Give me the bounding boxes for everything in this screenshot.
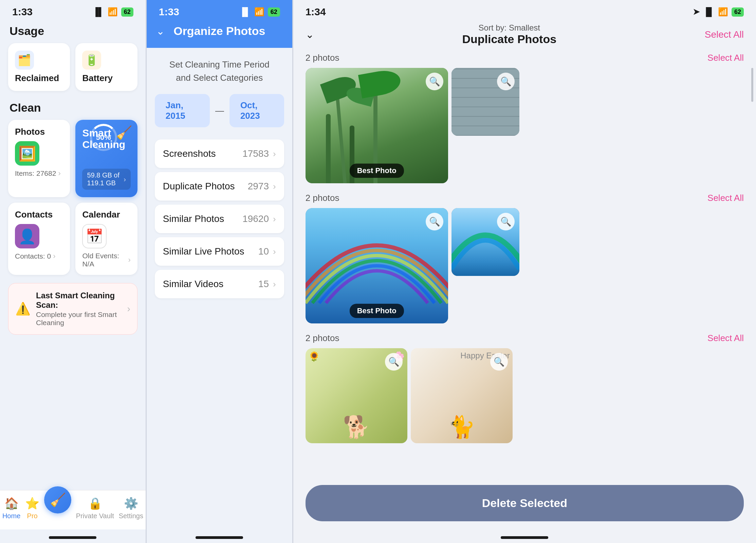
zoom-icon-rainbow[interactable]: 🔍 <box>426 213 443 230</box>
alert-text: Last Smart Cleaning Scan: Complete your … <box>36 291 122 327</box>
organize-header: ⌄ Organize Photos <box>147 18 292 48</box>
select-all-header[interactable]: Select All <box>705 29 744 40</box>
contacts-title: Contacts <box>15 209 63 220</box>
battery-dupes: 62 <box>732 7 744 17</box>
dupes-panel: 1:34 ➤ ▐▌ 📶 62 ⌄ Sort by: Smallest Dupli… <box>293 0 756 543</box>
delete-selected-label: Delete Selected <box>482 497 567 509</box>
back-button-dupes[interactable]: ⌄ <box>306 29 314 40</box>
home-indicator-2 <box>196 536 243 539</box>
signal-icon-2: ▐▌ <box>239 7 251 17</box>
category-duplicate-photos[interactable]: Duplicate Photos 2973 › <box>155 172 284 201</box>
alert-title: Last Smart Cleaning Scan: <box>36 291 122 310</box>
group-2-photos: 🔍 Best Photo 🔍 <box>306 208 744 323</box>
zoom-icon-rainbow-sm[interactable]: 🔍 <box>497 213 515 230</box>
category-similar-photos[interactable]: Similar Photos 19620 › <box>155 205 284 233</box>
reclaimed-icon: 🗂️ <box>15 51 34 70</box>
alert-card[interactable]: ⚠️ Last Smart Cleaning Scan: Complete yo… <box>8 283 137 335</box>
nav-vault[interactable]: 🔒 Private Vault <box>76 497 114 520</box>
dupes-title: Duplicate Photos <box>462 33 556 46</box>
broom-icon: 🧹 <box>116 125 132 140</box>
time-home: 1:33 <box>12 6 33 18</box>
calendar-card[interactable]: Calendar 📅 Old Events: N/A › <box>75 203 137 275</box>
battery-icon: 🔋 <box>82 51 101 70</box>
duplicate-photos-right: 2973 › <box>248 181 276 192</box>
dupes-title-wrap: Sort by: Smallest Duplicate Photos <box>462 23 556 46</box>
group-2-select[interactable]: Select All <box>707 193 744 203</box>
duplicate-photos-chevron: › <box>273 181 276 192</box>
bottom-nav: 🏠 Home ⭐ Pro 🧹 🔒 Private Vault ⚙️ Settin… <box>0 490 146 529</box>
home-label: Home <box>2 512 20 520</box>
photo-rainbow-small[interactable]: 🔍 <box>451 208 519 276</box>
group-2-header: 2 photos Select All <box>306 193 744 203</box>
time-dupes: 1:34 <box>306 6 326 18</box>
photo-dog2[interactable]: 🐈 Happy Easter 🔍 <box>411 348 513 443</box>
time-period-label: Set Cleaning Time Periodand Select Categ… <box>155 58 284 85</box>
smart-percent: 50% <box>96 133 111 142</box>
smart-chevron: › <box>124 175 126 183</box>
contacts-icon: 👤 <box>15 224 39 248</box>
back-button-organize[interactable]: ⌄ <box>156 25 165 37</box>
photo-plants-large[interactable]: 🔍 Best Photo <box>306 68 448 183</box>
dupes-header: ⌄ Sort by: Smallest Duplicate Photos Sel… <box>293 21 756 53</box>
duplicate-photos-count: 2973 <box>248 181 269 192</box>
status-icons-home: ▐▌ 📶 62 <box>93 7 133 17</box>
dupes-sort: Sort by: Smallest <box>462 23 556 33</box>
photos-card[interactable]: Photos 🖼️ Items: 27682 › <box>8 120 70 197</box>
similar-live-count: 10 <box>258 246 269 257</box>
reclaimed-card[interactable]: 🗂️ Reclaimed <box>8 43 70 91</box>
signal-icon-3: ▐▌ <box>703 7 715 17</box>
clean-title: Clean <box>0 98 146 120</box>
settings-icon: ⚙️ <box>124 497 138 510</box>
photos-count: Items: 27682 <box>15 169 56 177</box>
date-end-btn[interactable]: Oct, 2023 <box>229 94 284 127</box>
similar-videos-right: 15 › <box>258 279 276 289</box>
category-similar-videos[interactable]: Similar Videos 15 › <box>155 270 284 298</box>
zoom-icon-dog1[interactable]: 🔍 <box>385 353 403 371</box>
calendar-events: Old Events: N/A <box>82 252 126 268</box>
group-1-count: 2 photos <box>306 53 339 63</box>
battery-card[interactable]: 🔋 Battery <box>75 43 137 91</box>
smart-cleaning-card[interactable]: 🧹 50% Smart Cleaning 59.8 GB of 119.1 GB… <box>75 120 137 197</box>
smart-storage[interactable]: 59.8 GB of 119.1 GB › <box>82 169 130 190</box>
alert-icon: ⚠️ <box>15 302 31 316</box>
status-icons-organize: ▐▌ 📶 62 <box>239 7 280 17</box>
alert-chevron: › <box>127 303 130 314</box>
photo-rainbow-large[interactable]: 🔍 Best Photo <box>306 208 448 323</box>
similar-photos-right: 19620 › <box>242 213 276 224</box>
organize-title: Organize Photos <box>173 24 265 38</box>
photo-tiles-small[interactable]: 🔍 <box>451 68 519 136</box>
group-3-photos: 🐕 🌻 🌸 🔍 🐈 Happy Easter 🔍 <box>306 348 744 443</box>
nav-home[interactable]: 🏠 Home <box>2 497 20 520</box>
group-3-select[interactable]: Select All <box>707 333 744 343</box>
signal-icon: ▐▌ <box>93 7 104 17</box>
delete-selected-button[interactable]: Delete Selected <box>306 485 744 521</box>
organize-body: Set Cleaning Time Periodand Select Categ… <box>147 48 292 529</box>
nav-settings[interactable]: ⚙️ Settings <box>119 497 143 520</box>
zoom-icon-plants[interactable]: 🔍 <box>426 73 443 90</box>
status-icons-dupes: ➤ ▐▌ 📶 62 <box>693 7 744 17</box>
similar-videos-count: 15 <box>258 279 269 289</box>
screenshots-chevron: › <box>273 149 276 159</box>
date-start-btn[interactable]: Jan, 2015 <box>155 94 210 127</box>
alert-sub: Complete your first Smart Cleaning <box>36 311 122 327</box>
category-screenshots[interactable]: Screenshots 17583 › <box>155 139 284 168</box>
group-1-select[interactable]: Select All <box>707 53 744 63</box>
dupe-group-2: 2 photos Select All <box>306 193 744 323</box>
zoom-icon-tiles[interactable]: 🔍 <box>497 73 515 90</box>
status-bar-dupes: 1:34 ➤ ▐▌ 📶 62 <box>293 0 756 21</box>
category-similar-live[interactable]: Similar Live Photos 10 › <box>155 237 284 266</box>
date-separator: — <box>215 106 224 116</box>
similar-live-right: 10 › <box>258 246 276 257</box>
clean-cards-grid: Photos 🖼️ Items: 27682 › 🧹 50% Smart Cle… <box>0 120 146 282</box>
contacts-card[interactable]: Contacts 👤 Contacts: 0 › <box>8 203 70 275</box>
home-indicator <box>49 536 96 539</box>
battery-organize: 62 <box>268 7 280 17</box>
similar-photos-name: Similar Photos <box>163 213 224 224</box>
group-2-count: 2 photos <box>306 193 339 203</box>
contacts-count: Contacts: 0 <box>15 252 51 260</box>
photo-dog1[interactable]: 🐕 🌻 🌸 🔍 <box>306 348 407 443</box>
nav-pro[interactable]: ⭐ Pro <box>25 497 39 520</box>
zoom-icon-dog2[interactable]: 🔍 <box>490 353 508 371</box>
screenshots-count: 17583 <box>242 148 269 159</box>
nav-clean-button[interactable]: 🧹 <box>44 486 71 513</box>
